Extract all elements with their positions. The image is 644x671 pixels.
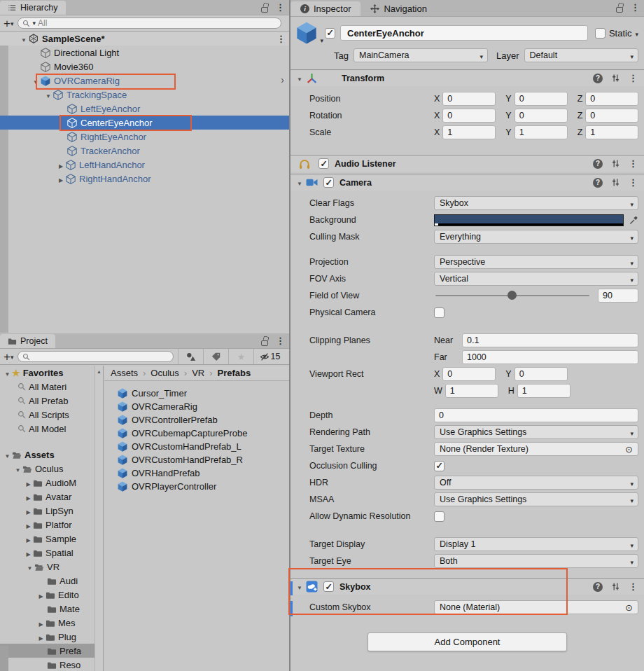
add-component-button[interactable]: Add Component xyxy=(368,632,567,651)
foldout-arrow-icon[interactable] xyxy=(36,632,46,642)
position-x-field[interactable]: 0 xyxy=(442,92,496,106)
file-item[interactable]: OVRControllerPrefab xyxy=(104,413,289,427)
viewport-h-field[interactable]: 1 xyxy=(517,384,570,398)
tree-folder[interactable]: Platfor xyxy=(0,518,103,532)
projection-dropdown[interactable]: Perspective xyxy=(434,255,638,269)
static-checkbox[interactable] xyxy=(595,28,606,39)
eyedropper-icon[interactable] xyxy=(629,216,638,225)
favorites-item[interactable]: All Model xyxy=(0,422,103,436)
fov-value-field[interactable]: 90 xyxy=(598,289,638,303)
foldout-arrow-icon[interactable] xyxy=(24,534,33,544)
static-dropdown-caret[interactable] xyxy=(635,28,638,39)
file-item[interactable]: OVRHandPrefab xyxy=(104,466,289,480)
component-enabled-checkbox[interactable] xyxy=(323,581,334,592)
tree-folder[interactable]: Mes xyxy=(0,616,103,630)
favorites-root[interactable]: Favorites xyxy=(0,366,103,380)
depth-field[interactable]: 0 xyxy=(434,408,638,422)
layer-dropdown[interactable]: Default xyxy=(524,48,639,62)
foldout-arrow-icon[interactable] xyxy=(31,76,41,86)
breadcrumb-item-current[interactable]: Prefabs xyxy=(218,368,251,378)
rendering-path-dropdown[interactable]: Use Graphics Settings xyxy=(434,425,638,439)
foldout-arrow-icon[interactable] xyxy=(3,450,12,460)
position-y-field[interactable]: 0 xyxy=(514,92,568,106)
tab-hierarchy[interactable]: Hierarchy xyxy=(0,1,66,15)
audio-listener-header[interactable]: Audio Listener xyxy=(290,155,644,172)
scale-x-field[interactable]: 1 xyxy=(442,125,496,139)
occlusion-culling-checkbox[interactable] xyxy=(434,461,444,471)
hdr-dropdown[interactable]: Off xyxy=(434,476,638,490)
foldout-arrow-icon[interactable] xyxy=(43,90,53,100)
file-item[interactable]: OVRCameraRig xyxy=(104,400,289,413)
lock-icon[interactable] xyxy=(261,340,268,346)
gameobject-name-field[interactable]: CenterEyeAnchor xyxy=(340,25,588,41)
object-picker-icon[interactable] xyxy=(625,444,633,455)
tab-navigation[interactable]: Navigation xyxy=(360,1,436,16)
create-dropdown-icon[interactable] xyxy=(10,352,14,361)
custom-skybox-object-field[interactable]: None (Material) xyxy=(434,600,638,614)
foldout-arrow-icon[interactable] xyxy=(297,178,306,188)
tag-dropdown[interactable]: MainCamera xyxy=(354,48,488,62)
tree-folder-assets[interactable]: Assets xyxy=(0,448,103,462)
search-by-type-button[interactable] xyxy=(178,349,203,364)
tab-inspector[interactable]: Inspector xyxy=(290,1,360,16)
viewport-w-field[interactable]: 1 xyxy=(445,384,498,398)
tree-folder-prefabs-selected[interactable]: Prefa xyxy=(0,644,103,658)
culling-mask-dropdown[interactable]: Everything xyxy=(434,230,638,244)
tree-scrollbar[interactable] xyxy=(94,366,103,671)
fov-slider[interactable] xyxy=(434,289,591,303)
hierarchy-item[interactable]: RightHandAnchor xyxy=(0,172,289,186)
panel-menu-icon[interactable] xyxy=(631,2,640,13)
allow-dynamic-resolution-checkbox[interactable] xyxy=(434,511,444,522)
lock-icon[interactable] xyxy=(261,7,268,13)
hierarchy-item[interactable]: TrackerAnchor xyxy=(0,144,289,158)
tree-folder[interactable]: AudioM xyxy=(0,476,103,490)
target-display-dropdown[interactable]: Display 1 xyxy=(434,537,638,551)
tree-folder[interactable]: Oculus xyxy=(0,462,103,476)
hierarchy-item[interactable]: LeftEyeAnchor xyxy=(0,102,289,116)
presets-icon[interactable] xyxy=(611,74,620,83)
hierarchy-item-ovrcamerarig[interactable]: OVRCameraRig xyxy=(0,74,289,88)
scene-menu-icon[interactable] xyxy=(276,34,286,44)
project-search-input[interactable] xyxy=(18,351,174,362)
hierarchy-item-centereyeanchor-selected[interactable]: CenterEyeAnchor xyxy=(0,116,289,130)
presets-icon[interactable] xyxy=(611,159,620,168)
tree-folder-vr[interactable]: VR xyxy=(0,560,103,574)
favorites-item[interactable]: All Prefab xyxy=(0,394,103,408)
favorite-search-button[interactable] xyxy=(228,349,253,364)
rotation-z-field[interactable]: 0 xyxy=(585,109,638,123)
foldout-arrow-icon[interactable] xyxy=(56,174,66,184)
tree-folder[interactable]: Edito xyxy=(0,588,103,602)
target-eye-dropdown[interactable]: Both xyxy=(434,554,638,568)
rotation-y-field[interactable]: 0 xyxy=(514,109,568,123)
active-checkbox[interactable] xyxy=(325,28,335,39)
component-enabled-checkbox[interactable] xyxy=(323,177,334,188)
tree-folder[interactable]: Spatial xyxy=(0,546,103,560)
presets-icon[interactable] xyxy=(611,582,620,591)
tree-folder[interactable]: Avatar xyxy=(0,490,103,504)
hidden-items-button[interactable]: 15 xyxy=(253,349,286,364)
msaa-dropdown[interactable]: Use Graphics Settings xyxy=(434,492,638,506)
viewport-y-field[interactable]: 0 xyxy=(514,367,568,381)
physical-camera-checkbox[interactable] xyxy=(434,307,444,318)
hierarchy-item[interactable]: RightEyeAnchor xyxy=(0,130,289,144)
hierarchy-search-input[interactable]: All xyxy=(18,18,281,29)
foldout-arrow-icon[interactable] xyxy=(25,562,34,572)
foldout-arrow-icon[interactable] xyxy=(36,618,46,628)
object-picker-icon[interactable] xyxy=(625,602,633,613)
foldout-arrow-icon[interactable] xyxy=(24,506,33,516)
component-enabled-checkbox[interactable] xyxy=(318,158,329,169)
component-menu-icon[interactable] xyxy=(629,177,638,188)
tree-folder[interactable]: Audi xyxy=(0,574,103,588)
foldout-arrow-icon[interactable] xyxy=(24,492,33,502)
hierarchy-item[interactable]: LeftHandAnchor xyxy=(0,158,289,172)
clipping-far-field[interactable]: 1000 xyxy=(462,350,638,364)
hierarchy-item[interactable]: Directional Light xyxy=(0,46,289,60)
background-color-swatch[interactable] xyxy=(434,214,624,226)
tab-project[interactable]: Project xyxy=(0,334,55,348)
panel-menu-icon[interactable] xyxy=(276,2,285,13)
file-item[interactable]: OVRCustomHandPrefab_R xyxy=(104,453,289,466)
tree-folder[interactable]: Plug xyxy=(0,630,103,644)
breadcrumb-item[interactable]: Oculus xyxy=(150,368,178,378)
icon-dropdown-caret[interactable] xyxy=(320,35,323,45)
hierarchy-item-scene[interactable]: SampleScene* xyxy=(0,32,289,46)
